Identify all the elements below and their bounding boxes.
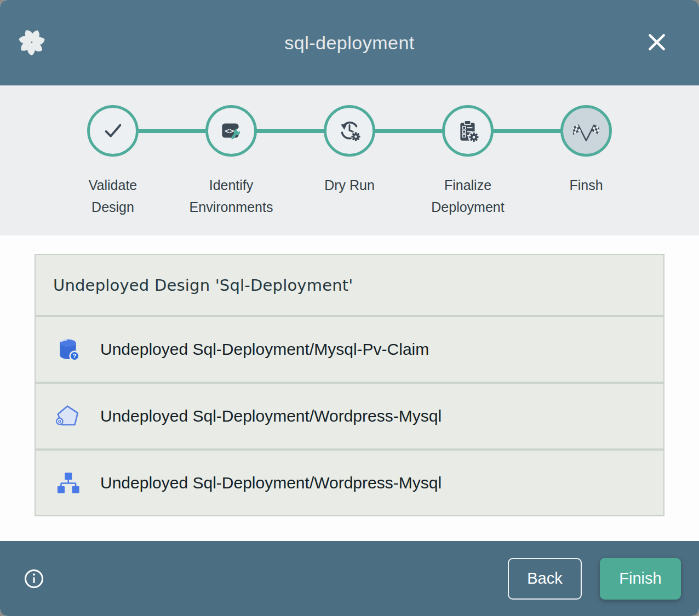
step-circle-validate-design[interactable] <box>87 105 139 157</box>
step-validate-design: Validate Design <box>54 85 172 218</box>
step-circle-dry-run[interactable] <box>324 105 375 157</box>
step-finish: Finsh <box>527 85 645 218</box>
hierarchy-icon <box>55 470 81 496</box>
dialog-header: sql-deployment <box>0 0 699 85</box>
step-label-line: Identify <box>190 174 273 196</box>
close-icon <box>646 32 667 53</box>
status-row-text: Undeployed Sql-Deployment/Wordpress-Mysq… <box>100 474 442 492</box>
step-finalize-deployment: Finalize Deployment <box>409 85 527 218</box>
status-row-text: Undeployed Sql-Deployment/Mysql-Pv-Claim <box>100 340 429 359</box>
wizard-content: Undeployed Design 'Sql-Deployment' ? Und… <box>0 235 699 541</box>
status-row-mysql-pv-claim: ? Undeployed Sql-Deployment/Mysql-Pv-Cla… <box>36 315 663 382</box>
meshery-logo-icon <box>18 28 45 56</box>
dialog-footer: Back Finish <box>0 541 699 616</box>
step-label-line: Dry Run <box>324 174 375 196</box>
deployment-wizard-dialog: sql-deployment Vali <box>0 0 699 616</box>
status-row-wordpress-mysql-2: Undeployed Sql-Deployment/Wordpress-Mysq… <box>36 448 663 515</box>
dialog-title: sql-deployment <box>284 32 415 54</box>
status-row-wordpress-mysql-1: Undeployed Sql-Deployment/Wordpress-Mysq… <box>36 382 663 448</box>
checkered-flags-icon <box>573 118 599 144</box>
finish-button[interactable]: Finish <box>600 558 681 600</box>
step-label-line: Finsh <box>569 174 603 196</box>
status-row-text: Undeployed Sql-Deployment/Wordpress-Mysq… <box>100 407 442 425</box>
step-label-line: Design <box>89 196 137 218</box>
svg-text:?: ? <box>73 353 77 359</box>
step-dry-run: Dry Run <box>290 85 409 218</box>
step-label-line: Environments <box>190 196 273 218</box>
step-label-line: Deployment <box>431 196 504 218</box>
back-button[interactable]: Back <box>508 558 582 600</box>
step-circle-finalize-deployment[interactable] <box>442 105 494 157</box>
status-header-row: Undeployed Design 'Sql-Deployment' <box>36 255 663 315</box>
close-button[interactable] <box>646 32 667 53</box>
step-circle-identify-environments[interactable]: <> <box>205 105 257 157</box>
deployment-status-list: Undeployed Design 'Sql-Deployment' ? Und… <box>35 254 664 516</box>
wizard-stepper: Validate Design <> <box>0 85 699 235</box>
step-label-line: Validate <box>89 174 137 196</box>
sync-clock-gear-icon <box>337 118 362 143</box>
database-icon: ? <box>55 337 81 362</box>
step-label-line: Finalize <box>431 174 504 196</box>
code-window-wrench-icon: <> <box>219 118 244 143</box>
check-icon <box>100 118 125 143</box>
info-icon <box>23 568 45 590</box>
step-circle-finish[interactable] <box>560 105 612 157</box>
svg-text:<>: <> <box>225 126 234 135</box>
pentagon-icon <box>55 404 81 429</box>
status-header-text: Undeployed Design 'Sql-Deployment' <box>53 276 353 295</box>
step-identify-environments: <> Identify Environments <box>172 85 290 218</box>
clipboard-gear-icon <box>455 118 480 143</box>
info-button[interactable] <box>23 568 45 590</box>
